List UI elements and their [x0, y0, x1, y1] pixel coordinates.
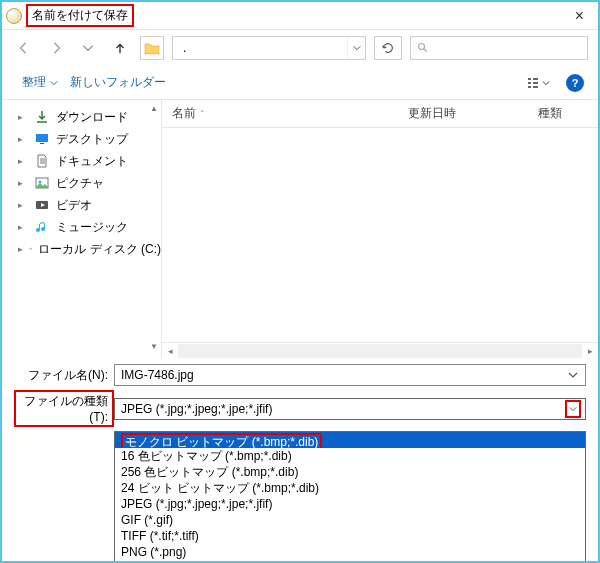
- sidebar-item-label: ドキュメント: [56, 153, 128, 170]
- column-type[interactable]: 種類: [528, 105, 598, 122]
- filetype-option[interactable]: TIFF (*.tif;*.tiff): [115, 528, 585, 544]
- sidebar-scrollbar[interactable]: ▲ ▼: [149, 104, 159, 354]
- chevron-down-icon: [542, 79, 550, 87]
- folder-icon[interactable]: [140, 36, 164, 60]
- organize-menu[interactable]: 整理: [16, 70, 64, 95]
- main-area: ▸ダウンロード ▸デスクトップ ▸ドキュメント ▸ピクチャ ▸ビデオ ▸ミュージ…: [2, 100, 598, 358]
- scroll-left-icon[interactable]: ◂: [162, 346, 178, 356]
- sidebar: ▸ダウンロード ▸デスクトップ ▸ドキュメント ▸ピクチャ ▸ビデオ ▸ミュージ…: [2, 100, 162, 358]
- svg-point-0: [419, 44, 425, 50]
- filetype-value: JPEG (*.jpg;*.jpeg;*.jpe;*.jfif): [121, 402, 272, 416]
- scroll-up-icon[interactable]: ▲: [149, 104, 159, 116]
- titlebar: 名前を付けて保存 ×: [2, 2, 598, 30]
- sidebar-item-label: ピクチャ: [56, 175, 104, 192]
- sidebar-item-downloads[interactable]: ▸ダウンロード: [2, 106, 161, 128]
- sidebar-item-desktop[interactable]: ▸デスクトップ: [2, 128, 161, 150]
- search-input[interactable]: [410, 36, 588, 60]
- navbar: .: [2, 30, 598, 66]
- column-name[interactable]: 名前˄: [162, 105, 282, 122]
- filetype-dropdown-button[interactable]: [565, 400, 581, 418]
- file-list[interactable]: [162, 128, 598, 342]
- sidebar-item-disk-c[interactable]: ▸ローカル ディスク (C:): [2, 238, 161, 260]
- forward-button[interactable]: [44, 36, 68, 60]
- breadcrumb[interactable]: .: [172, 36, 366, 60]
- column-date[interactable]: 更新日時: [398, 105, 528, 122]
- view-picker[interactable]: [520, 72, 556, 94]
- scroll-down-icon[interactable]: ▼: [149, 342, 159, 354]
- new-folder-button[interactable]: 新しいフォルダー: [64, 70, 172, 95]
- recent-dropdown[interactable]: [76, 36, 100, 60]
- svg-rect-2: [40, 143, 44, 144]
- sidebar-item-pictures[interactable]: ▸ピクチャ: [2, 172, 161, 194]
- filetype-option[interactable]: 16 色ビットマップ (*.bmp;*.dib): [115, 448, 585, 464]
- sidebar-item-label: ミュージック: [56, 219, 128, 236]
- filetype-option[interactable]: GIF (*.gif): [115, 512, 585, 528]
- form-rows: ファイル名(N): IMG-7486.jpg ファイルの種類(T): JPEG …: [2, 358, 598, 427]
- toolbar: 整理 新しいフォルダー ?: [2, 66, 598, 100]
- sidebar-item-label: デスクトップ: [56, 131, 128, 148]
- filename-dropdown[interactable]: [565, 370, 581, 380]
- app-icon: [6, 8, 22, 24]
- filetype-option[interactable]: モノクロ ビットマップ (*.bmp;*.dib): [115, 432, 585, 448]
- breadcrumb-segment[interactable]: .: [179, 41, 190, 55]
- filetype-option[interactable]: JPEG (*.jpg;*.jpeg;*.jpe;*.jfif): [115, 496, 585, 512]
- up-button[interactable]: [108, 36, 132, 60]
- filename-label: ファイル名(N):: [14, 367, 114, 384]
- filename-value: IMG-7486.jpg: [121, 368, 194, 382]
- filename-input[interactable]: IMG-7486.jpg: [114, 364, 586, 386]
- help-button[interactable]: ?: [566, 74, 584, 92]
- back-button[interactable]: [12, 36, 36, 60]
- breadcrumb-dropdown[interactable]: [347, 37, 365, 59]
- sidebar-item-label: ビデオ: [56, 197, 92, 214]
- filetype-input[interactable]: JPEG (*.jpg;*.jpeg;*.jpe;*.jfif): [114, 398, 586, 420]
- filetype-option[interactable]: PNG (*.png): [115, 544, 585, 560]
- svg-rect-1: [36, 134, 48, 142]
- new-folder-label: 新しいフォルダー: [70, 74, 166, 91]
- window-title: 名前を付けて保存: [26, 4, 134, 27]
- organize-label: 整理: [22, 74, 46, 91]
- filetype-option[interactable]: 256 色ビットマップ (*.bmp;*.dib): [115, 464, 585, 480]
- sidebar-item-label: ダウンロード: [56, 109, 128, 126]
- column-headers: 名前˄ 更新日時 種類: [162, 100, 598, 128]
- scroll-right-icon[interactable]: ▸: [582, 346, 598, 356]
- filetype-option[interactable]: 24 ビット ビットマップ (*.bmp;*.dib): [115, 480, 585, 496]
- refresh-button[interactable]: [374, 36, 402, 60]
- filetype-dropdown-list[interactable]: モノクロ ビットマップ (*.bmp;*.dib) 16 色ビットマップ (*.…: [114, 431, 586, 563]
- sidebar-item-documents[interactable]: ▸ドキュメント: [2, 150, 161, 172]
- close-button[interactable]: ×: [569, 7, 590, 25]
- sidebar-item-music[interactable]: ▸ミュージック: [2, 216, 161, 238]
- horizontal-scrollbar[interactable]: ◂ ▸: [162, 342, 598, 358]
- sidebar-item-label: ローカル ディスク (C:): [38, 241, 161, 258]
- list-view-icon: [526, 76, 540, 90]
- chevron-down-icon: [50, 79, 58, 87]
- filetype-label: ファイルの種類(T):: [14, 390, 114, 427]
- file-pane: 名前˄ 更新日時 種類 ◂ ▸: [162, 100, 598, 358]
- search-icon: [417, 42, 429, 54]
- sidebar-item-videos[interactable]: ▸ビデオ: [2, 194, 161, 216]
